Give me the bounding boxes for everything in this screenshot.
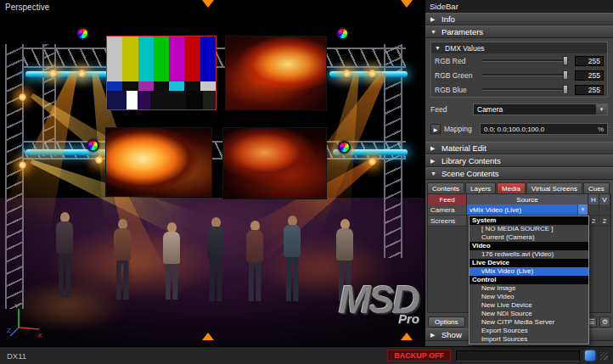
section-header-parameters[interactable]: ▼ Parameters [425,25,613,38]
options-button[interactable]: Options [428,316,465,328]
collapsed-arrow-icon: ▶ [430,16,437,23]
network-status-icon[interactable] [585,350,595,361]
dropdown-item[interactable]: Import Sources [470,335,588,344]
media-source-dropdown-list: System [ NO MEDIA SOURCE ] Current (Came… [469,216,589,344]
table-row-camera[interactable]: Camera vMix Video (Live) ▼ [428,204,610,216]
v-cell[interactable] [599,204,610,215]
v-cell[interactable]: 2 [599,216,610,226]
feed-cell[interactable]: Camera [428,204,467,215]
video-screen-fire-3[interactable] [222,127,327,199]
rgb-green-slider[interactable] [482,74,569,76]
dropdown-item[interactable]: New Live Device [470,301,588,310]
slider-row-rgb-blue: RGB Blue 255 [431,82,607,97]
column-header-h[interactable]: H [588,194,599,204]
rgb-blue-slider[interactable] [482,88,569,91]
mapping-unit: % [598,126,604,133]
media-source-combobox[interactable]: vMix Video (Live) ▼ [467,204,588,215]
collapsed-arrow-icon: ▶ [430,332,437,339]
feed-value: Camera [477,105,503,114]
dropdown-item[interactable]: Current (Camera) [470,233,588,242]
fixture-color-ball-icon[interactable] [336,27,349,40]
source-cell[interactable]: vMix Video (Live) ▼ [467,204,588,215]
table-header-row: Feed Source H V [428,194,610,204]
rgb-red-slider[interactable] [482,59,569,62]
dropdown-item[interactable]: [ NO MEDIA SOURCE ] [470,225,588,233]
dropdown-item[interactable]: New CITP Media Server [470,318,588,327]
application-window: Perspective [0,0,613,364]
fixture-lamp [19,161,26,169]
slider-handle[interactable] [563,70,568,80]
tab-cues[interactable]: Cues [583,182,610,193]
viewport-title: Perspective [5,3,49,12]
section-header-material-edit[interactable]: ▶ Material Edit [425,142,613,154]
expanded-arrow-icon: ▼ [430,171,437,176]
collapsed-arrow-icon: ▶ [430,145,437,152]
backup-off-button[interactable]: BACKUP OFF [387,350,451,361]
slider-label: RGB Blue [435,86,482,94]
tab-media[interactable]: Media [497,182,526,193]
feed-cell[interactable]: Screens [428,216,467,226]
rgb-green-value[interactable]: 255 [575,70,604,81]
dropdown-item[interactable]: New NDI Source [470,310,588,318]
fixture-lamp [343,70,351,77]
watermark-subtext: Pro [398,311,419,326]
dropdown-group-header: Control [470,276,588,284]
feed-label: Feed [430,105,473,114]
dropdown-group-header: Video [470,242,588,250]
feed-row: Feed Camera ▼ [430,102,608,117]
fixture-lamp [49,70,57,77]
msd-pro-watermark: MSD Pro [339,277,418,322]
h-cell[interactable] [588,204,599,215]
axis-label-z: Z [7,327,11,334]
video-screen-fire-2[interactable] [105,127,212,197]
video-screen-colorbars[interactable] [106,36,217,110]
gear-icon[interactable]: ⚙ [599,316,610,328]
rgb-blue-value[interactable]: 255 [575,85,604,95]
dropdown-item-selected[interactable]: vMix Video (Live) [470,267,588,276]
scene-contents-tabs: Contents Layers Media Virtual Screens Cu… [425,180,613,193]
fixture-color-ball-icon[interactable] [87,139,99,152]
viewport-3d[interactable]: Perspective [0,0,425,346]
tab-layers[interactable]: Layers [465,182,496,193]
tab-virtual-screens[interactable]: Virtual Screens [526,182,582,193]
person-figure [163,222,180,300]
tab-contents[interactable]: Contents [427,182,464,193]
slider-handle[interactable] [563,85,568,94]
slider-row-rgb-green: RGB Green 255 [431,68,607,82]
status-bar: DX11 BACKUP OFF [0,346,613,364]
chevron-down-icon[interactable]: ▼ [595,104,607,115]
selection-marker-icon [401,333,413,340]
dropdown-item[interactable]: Export Sources [470,327,588,335]
feed-dropdown[interactable]: Camera ▼ [473,104,608,115]
slider-handle[interactable] [563,56,568,65]
column-header-feed[interactable]: Feed [428,194,467,204]
fixture-lamp [368,70,376,77]
section-header-info[interactable]: ▶ Info [425,13,613,25]
mapping-expand-button[interactable]: ▶ [430,124,441,134]
person-figure [246,221,263,301]
resize-grip-icon[interactable] [600,352,608,360]
dropdown-item[interactable]: New Image [470,284,588,293]
person-figure [284,216,301,301]
mapping-field[interactable]: 0.0; 0.0;100.0;100.0 % [480,123,608,135]
video-screen-fire-1[interactable] [225,36,327,110]
dmx-values-header[interactable]: ▼ DMX Values [431,42,607,53]
dropdown-group-header: System [470,216,588,225]
collapsed-arrow-icon: ▶ [430,158,437,165]
dmx-values-label: DMX Values [445,44,485,53]
column-header-source[interactable]: Source [467,194,588,204]
rgb-red-value[interactable]: 255 [575,56,604,66]
column-header-v[interactable]: V [599,194,610,204]
slider-row-rgb-red: RGB Red 255 [431,53,607,68]
fixture-color-ball-icon[interactable] [338,141,351,154]
fixture-color-ball-icon[interactable] [76,27,89,40]
dropdown-item[interactable]: New Video [470,293,588,301]
media-feed-table: Feed Source H V Camera vMix Video (Live)… [427,193,611,313]
dropdown-item[interactable]: 176 redwells.avi (Video) [470,250,588,259]
chevron-down-icon[interactable]: ▼ [577,204,588,215]
fixture-lamp [95,156,103,164]
section-header-library-contents[interactable]: ▶ Library Contents [425,154,613,167]
section-header-scene-contents[interactable]: ▼ Scene Contents [425,167,613,180]
expanded-arrow-icon: ▼ [430,29,437,35]
h-cell[interactable]: 2 [588,216,599,226]
